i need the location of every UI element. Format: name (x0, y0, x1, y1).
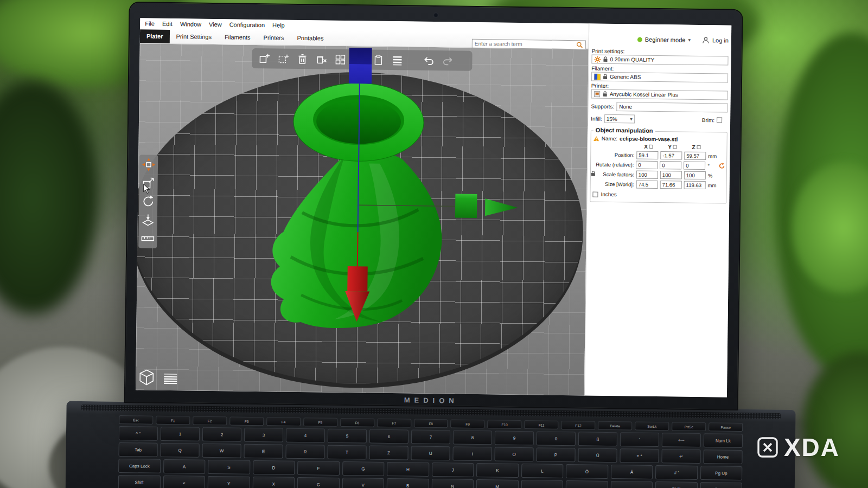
keyboard-key[interactable]: U (411, 446, 450, 461)
keyboard-key[interactable]: Num Lk (704, 433, 743, 448)
keyboard-key[interactable]: J (432, 463, 474, 477)
keyboard-key[interactable]: Ä (611, 465, 653, 479)
position-x-input[interactable] (636, 151, 658, 159)
keyboard-key[interactable]: 5 (328, 429, 367, 444)
keyboard-key[interactable]: 0 (537, 431, 576, 446)
printer-select[interactable]: Anycubic Kossel Linear Plus (591, 89, 728, 100)
menu-item[interactable]: Window (176, 21, 205, 28)
menu-item[interactable]: Help (269, 22, 289, 28)
keyboard-key[interactable]: 3 (244, 428, 283, 442)
keyboard-key[interactable]: D (253, 460, 295, 475)
keyboard-key[interactable]: Y (208, 476, 250, 488)
keyboard-key[interactable]: E (244, 444, 283, 459)
delete-button[interactable] (296, 53, 308, 65)
axis-x-icon[interactable] (649, 145, 653, 149)
search-input[interactable] (475, 41, 576, 48)
paste-button[interactable] (372, 54, 384, 66)
reset-rotation-icon[interactable] (718, 162, 725, 169)
keyboard-key[interactable]: - (610, 481, 653, 488)
keyboard-key[interactable]: PrtSc (672, 422, 706, 431)
search-box[interactable] (472, 39, 586, 50)
scale-y-input[interactable] (660, 171, 682, 179)
keyboard-key[interactable]: C (297, 477, 340, 488)
filament-select[interactable]: Generic ABS (591, 72, 728, 83)
keyboard-key[interactable]: Shift (118, 475, 161, 488)
keyboard-key[interactable]: Z (369, 446, 408, 460)
keyboard-key[interactable]: F10 (488, 420, 522, 429)
keyboard-key[interactable]: 7 (411, 430, 450, 445)
keyboard-key[interactable]: 1 (161, 427, 200, 441)
keyboard-key[interactable]: O (494, 447, 533, 461)
keyboard-key[interactable]: 9 (495, 431, 534, 445)
position-z-input[interactable] (684, 152, 706, 160)
redo-button[interactable] (442, 55, 454, 67)
keyboard-key[interactable]: T (327, 445, 366, 460)
size-x-input[interactable] (636, 181, 658, 189)
keyboard-key[interactable]: H (387, 462, 429, 477)
rotate-x-input[interactable] (636, 161, 658, 169)
keyboard-key[interactable]: N (431, 479, 474, 488)
undo-button[interactable] (423, 54, 435, 66)
keyboard-key[interactable]: ´ (620, 432, 659, 447)
keyboard-key[interactable]: Pg Dn (700, 482, 742, 488)
position-y-input[interactable] (660, 151, 682, 159)
print-settings-select[interactable]: 0.20mm QUALITY (591, 55, 728, 66)
arrange-button[interactable] (334, 53, 346, 65)
menu-item[interactable]: Configuration (226, 21, 269, 28)
app-tab[interactable]: Printers (257, 31, 290, 45)
menu-item[interactable]: File (141, 20, 158, 27)
keyboard-key[interactable]: F2 (193, 416, 227, 426)
scale-z-input[interactable] (684, 171, 706, 179)
keyboard-key[interactable]: SorLk (635, 422, 669, 431)
keyboard-key[interactable]: V (342, 478, 384, 488)
supports-select[interactable]: None (616, 102, 727, 113)
keyboard-key[interactable]: < (163, 476, 205, 488)
vase-model[interactable] (237, 49, 478, 334)
keyboard-key[interactable]: , (521, 480, 563, 488)
measure-tool-button[interactable] (141, 231, 155, 245)
keyboard-key[interactable]: M (476, 479, 519, 488)
keyboard-key[interactable]: F6 (340, 418, 374, 427)
keyboard-key[interactable]: Pause (709, 422, 743, 432)
rotate-tool-button[interactable] (141, 194, 155, 208)
keyboard-key[interactable]: Ö (566, 464, 608, 479)
keyboard-key[interactable]: F5 (303, 418, 337, 427)
keyboard-key[interactable]: Esc (119, 415, 153, 425)
axis-z-icon[interactable] (697, 145, 701, 149)
keyboard-key[interactable]: Q (160, 443, 199, 458)
keyboard-key[interactable]: ß (578, 432, 617, 446)
keyboard-key[interactable]: F11 (524, 420, 558, 429)
app-tab[interactable]: Print Settings (169, 30, 218, 44)
keyboard-key[interactable]: 8 (453, 430, 492, 445)
keyboard-key[interactable]: # ' (655, 465, 698, 480)
menu-item[interactable]: View (205, 21, 226, 27)
keyboard-key[interactable]: X (252, 477, 295, 488)
keyboard-key[interactable]: Tab (118, 442, 157, 457)
keyboard-key[interactable]: F3 (229, 416, 264, 426)
size-y-input[interactable] (660, 181, 682, 189)
keyboard-key[interactable]: 6 (369, 429, 409, 444)
keyboard-key[interactable]: Pg Up (700, 466, 743, 480)
keyboard-key[interactable]: G (342, 461, 385, 476)
brim-checkbox[interactable] (717, 117, 722, 123)
keyboard-key[interactable]: F7 (377, 419, 411, 428)
preview-layers-view-icon[interactable] (162, 369, 179, 387)
axis-y-icon[interactable] (673, 145, 677, 149)
3d-viewport[interactable] (136, 43, 589, 395)
add-object-button[interactable] (258, 53, 270, 65)
3d-editor-view-icon[interactable] (138, 368, 155, 387)
inches-checkbox[interactable] (592, 191, 598, 197)
add-instance-button[interactable] (277, 53, 289, 65)
app-tab[interactable]: Filaments (218, 30, 257, 44)
keyboard-key[interactable]: F8 (414, 419, 448, 428)
app-tab[interactable]: Printables (290, 31, 330, 46)
login-link[interactable]: Log in (712, 37, 729, 43)
keyboard-key[interactable]: ⟵ (662, 433, 701, 447)
delete-all-button[interactable] (315, 53, 327, 65)
keyboard-key[interactable]: R (285, 445, 324, 459)
variable-layer-height-button[interactable] (391, 54, 403, 66)
keyboard-key[interactable]: . (566, 480, 608, 488)
keyboard-key[interactable]: 4 (286, 428, 325, 443)
keyboard-key[interactable]: F12 (561, 421, 595, 430)
keyboard-key[interactable]: W (202, 444, 241, 458)
